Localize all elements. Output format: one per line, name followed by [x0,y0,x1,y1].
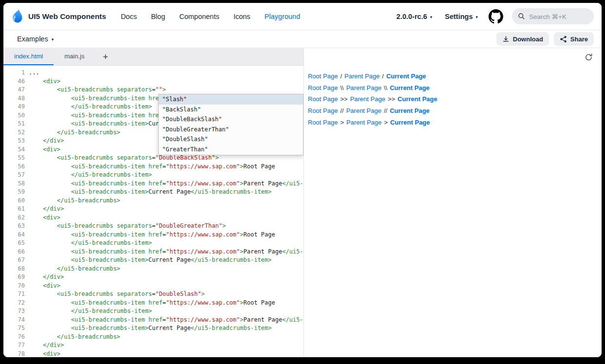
line-number: 71 [3,290,25,299]
code-line: 61 </div> [3,205,303,214]
line-number: 78 [3,350,25,358]
editor-pane: index.htmlmain.js + 1...46 <div>47 <ui5-… [3,48,304,357]
breadcrumb-separator: / [382,73,384,80]
line-number: 76 [3,333,25,342]
breadcrumb-separator: \\ [384,84,387,91]
code-text: <ui5-breadcrumbs-item href="https://www.… [29,163,275,171]
breadcrumb-current: Current Page [397,95,437,103]
download-button[interactable]: Download [496,32,549,46]
header: UI5 Web Components DocsBlogComponentsIco… [3,3,602,30]
code-text: <div> [29,214,60,222]
line-number: 68 [3,265,25,273]
code-text: </ui5-breadcrumbs> [29,265,120,273]
github-icon[interactable] [489,9,503,24]
code-line: 60 </ui5-breadcrumbs> [3,197,303,205]
code-line: 67 <ui5-breadcrumbs-item>Current Page</u… [3,256,303,265]
breadcrumb-link[interactable]: Parent Page [346,107,381,114]
refresh-icon [585,53,593,61]
code-line: 74 <ui5-breadcrumbs-item href="https://w… [3,316,303,325]
breadcrumb-link[interactable]: Root Page [308,73,338,80]
breadcrumb-separator: >> [340,95,347,103]
line-number: 58 [3,180,25,188]
refresh-button[interactable] [585,53,593,61]
suggestion-item[interactable]: "DoubleBackSlash" [159,114,303,125]
code-line: 72 <ui5-breadcrumbs-item href="https://w… [3,299,303,308]
breadcrumb-link[interactable]: Root Page [308,95,338,103]
tab-main.js[interactable]: main.js [54,48,95,65]
line-number: 56 [3,163,25,171]
nav-components[interactable]: Components [179,13,219,20]
breadcrumb-link[interactable]: Parent Page [346,84,381,91]
line-number: 63 [3,222,25,231]
nav-playground[interactable]: Playground [265,13,300,20]
code-text: </ui5-breadcrumbs> [29,128,120,137]
code-line: 64 <ui5-breadcrumbs-item href="https://w… [3,231,303,239]
line-number: 66 [3,248,25,256]
code-line: 68 </ui5-breadcrumbs> [3,265,303,273]
suggestion-item[interactable]: "GreaterThan" [159,145,303,155]
code-text: <div> [29,77,60,86]
breadcrumb: Root Page\\Parent Page\\Current Page [308,82,602,94]
breadcrumb-link[interactable]: Root Page [308,84,338,91]
code-line: 75 <ui5-breadcrumbs-item>Current Page</u… [3,324,303,333]
breadcrumb-separator: > [340,119,344,126]
line-number: 77 [3,341,25,350]
download-icon [502,36,510,43]
examples-toolbar: Examples ▾ Download Share [3,30,602,48]
code-text: <ui5-breadcrumbs-item href="https://www.… [29,316,303,325]
code-text: <ui5-breadcrumbs-item href="https://www.… [29,180,303,188]
chevron-down-icon: ▾ [52,37,54,42]
code-editor[interactable]: 1...46 <div>47 <ui5-breadcrumbs separato… [3,66,303,357]
code-line: 59 <ui5-breadcrumbs-item>Current Page</u… [3,188,303,197]
code-text: </div> [29,341,64,350]
breadcrumb-link[interactable]: Root Page [308,119,338,126]
preview-pane: Root Page/Parent Page/Current PageRoot P… [304,48,602,357]
suggestion-item[interactable]: "DoubleSlash" [159,134,303,145]
suggestion-item[interactable]: "Slash" [159,94,303,105]
code-line: 70 <div> [3,282,303,291]
new-tab-button[interactable]: + [95,48,115,65]
search-input[interactable]: Search ⌘+K [512,8,594,24]
share-button[interactable]: Share [554,32,594,46]
brand-title: UI5 Web Components [28,12,106,21]
code-line: 69 </div> [3,273,303,282]
code-line: 66 <ui5-breadcrumbs-item href="https://w… [3,248,303,256]
code-text: </div> [29,273,64,282]
code-line: 58 <ui5-breadcrumbs-item href="https://w… [3,180,303,188]
nav-blog[interactable]: Blog [151,13,165,20]
code-line: 47 <ui5-breadcrumbs separators=""> [3,86,303,94]
line-number: 46 [3,77,25,86]
breadcrumb-link[interactable]: Root Page [308,107,338,114]
breadcrumb-link[interactable]: Parent Page [346,119,381,126]
code-line: 55 <ui5-breadcrumbs separators="DoubleBa… [3,154,303,163]
settings-dropdown[interactable]: Settings ▾ [445,13,478,20]
breadcrumb-link[interactable]: Parent Page [344,73,379,80]
code-text: </ui5-breadcrumbs-item> [29,103,152,111]
line-number: 60 [3,197,25,205]
suggestion-item[interactable]: "BackSlash" [159,105,303,115]
breadcrumb-separator: / [340,73,342,80]
tab-index.html[interactable]: index.html [3,48,54,65]
chevron-down-icon: ▾ [430,15,433,19]
breadcrumb: Root Page//Parent Page//Current Page [308,105,602,117]
code-text: <ui5-breadcrumbs-item>Current Page</ui5-… [29,256,272,265]
line-number: 69 [3,273,25,282]
nav-icons[interactable]: Icons [233,13,250,20]
code-line: 57 </ui5-breadcrumbs-item> [3,171,303,180]
code-text: <ui5-breadcrumbs separators="DoubleBackS… [29,154,219,163]
code-text: </div> [29,205,64,214]
breadcrumb-link[interactable]: Parent Page [350,95,385,103]
line-number: 70 [3,282,25,291]
version-dropdown[interactable]: 2.0.0-rc.6 ▾ [397,13,432,20]
code-text: <ui5-breadcrumbs separators="DoubleGreat… [29,222,226,231]
share-label: Share [570,36,588,43]
line-number: 64 [3,231,25,239]
suggestion-item[interactable]: "DoubleGreaterThan" [159,125,303,135]
line-number: 54 [3,146,25,154]
breadcrumb-separator: >> [388,95,395,103]
breadcrumb-current: Current Page [390,119,430,126]
nav-docs[interactable]: Docs [121,13,137,20]
preview-toolbar [304,48,602,66]
examples-dropdown[interactable]: Examples ▾ [17,35,54,43]
line-number: 50 [3,111,25,120]
